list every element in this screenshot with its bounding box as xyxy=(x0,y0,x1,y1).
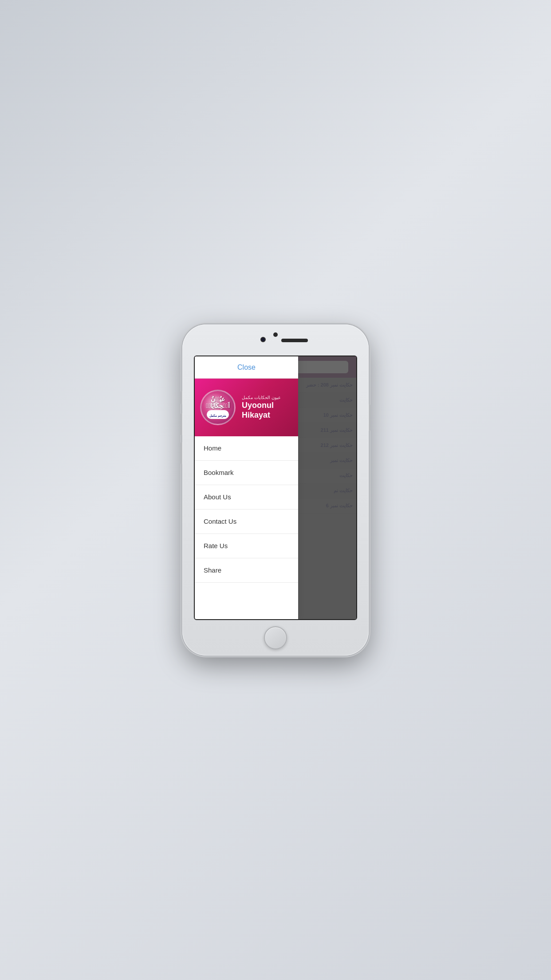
app-subtitle-urdu: عیون الحکایات مکمل xyxy=(242,395,281,400)
camera-dot xyxy=(273,332,278,337)
app-title-area: عیون الحکایات مکمل UyoonulHikayat xyxy=(242,395,281,420)
menu-list: HomeBookmarkAbout UsContact UsRate UsSha… xyxy=(195,436,298,619)
logo-arabic-main: عیُوۡنُ اَلۡحِکَایَاتٖ xyxy=(206,396,229,410)
menu-item-home[interactable]: Home xyxy=(195,436,298,461)
front-camera xyxy=(260,337,266,342)
menu-item-contact-us[interactable]: Contact Us xyxy=(195,510,298,534)
menu-item-about-us[interactable]: About Us xyxy=(195,485,298,510)
menu-item-label: About Us xyxy=(204,493,231,501)
volume-up-button xyxy=(181,413,182,435)
menu-item-rate-us[interactable]: Rate Us xyxy=(195,534,298,558)
logo-badge: مترجم مکمل xyxy=(207,410,229,419)
menu-item-label: Contact Us xyxy=(204,518,236,525)
phone-bottom xyxy=(182,620,369,656)
menu-item-share[interactable]: Share xyxy=(195,558,298,583)
drawer-overlay: Close عیُوۡنُ اَلۡحِکَایَاتٖ مترجم مکمل xyxy=(195,356,356,619)
menu-item-label: Bookmark xyxy=(204,469,234,476)
phone-screen: حکایت نمبر 208 : حضرحکایتحکایت نمبر 10حک… xyxy=(194,356,357,620)
speaker xyxy=(281,339,308,342)
power-button xyxy=(369,404,370,431)
menu-item-label: Share xyxy=(204,566,221,574)
close-bar[interactable]: Close xyxy=(195,356,298,379)
app-title-en: UyoonulHikayat xyxy=(242,401,281,420)
app-logo: عیُوۡنُ اَلۡحِکَایَاتٖ مترجم مکمل xyxy=(200,390,236,425)
home-button[interactable] xyxy=(264,626,287,649)
phone-frame: حکایت نمبر 208 : حضرحکایتحکایت نمبر 10حک… xyxy=(182,324,369,656)
mute-button xyxy=(181,391,182,404)
drawer-panel: Close عیُوۡنُ اَلۡحِکَایَاتٖ مترجم مکمل xyxy=(195,356,298,619)
right-dimmed-panel[interactable] xyxy=(298,356,356,619)
drawer-header: عیُوۡنُ اَلۡحِکَایَاتٖ مترجم مکمل عیون ا… xyxy=(195,379,298,436)
menu-item-bookmark[interactable]: Bookmark xyxy=(195,461,298,485)
phone-top xyxy=(182,324,369,356)
close-button[interactable]: Close xyxy=(237,364,256,371)
menu-item-label: Rate Us xyxy=(204,542,228,549)
menu-item-label: Home xyxy=(204,444,221,452)
volume-down-button xyxy=(181,442,182,464)
